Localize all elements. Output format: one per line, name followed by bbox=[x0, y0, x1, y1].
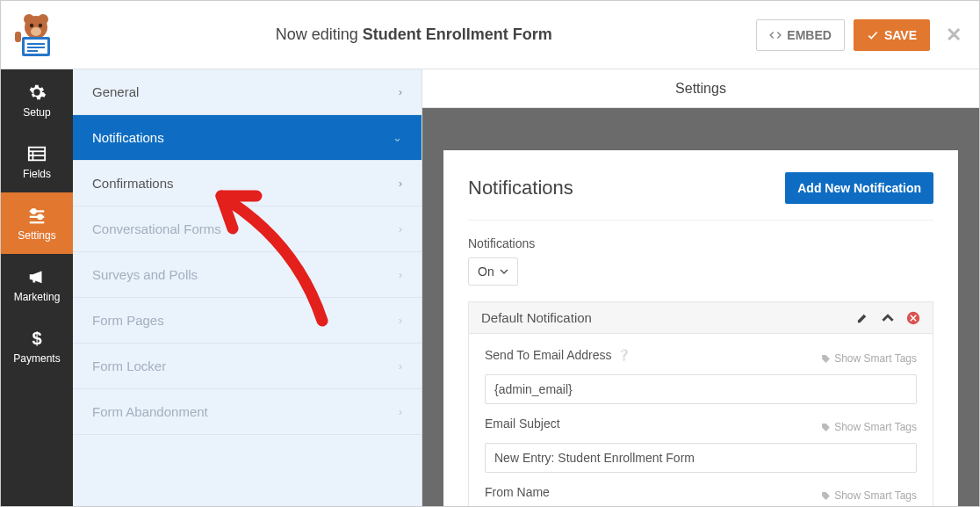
subject-label: Email Subject bbox=[485, 416, 560, 431]
menu-item-notifications[interactable]: Notifications⌄ bbox=[73, 115, 422, 161]
settings-menu[interactable]: General›Notifications⌄Confirmations›Conv… bbox=[73, 69, 422, 506]
chevron-down-icon: ⌄ bbox=[393, 131, 402, 144]
menu-item-form-pages[interactable]: Form Pages› bbox=[73, 298, 422, 344]
svg-point-5 bbox=[31, 27, 41, 36]
svg-rect-9 bbox=[27, 47, 45, 48]
svg-rect-10 bbox=[27, 50, 38, 52]
svg-rect-12 bbox=[29, 148, 45, 161]
edit-icon[interactable] bbox=[856, 311, 869, 324]
nav-setup[interactable]: Setup bbox=[1, 69, 73, 131]
page-title: Now editing Student Enrollment Form bbox=[71, 25, 756, 44]
svg-text:$: $ bbox=[32, 329, 41, 348]
from-name-label: From Name bbox=[485, 485, 550, 499]
nav-settings[interactable]: Settings bbox=[1, 192, 73, 254]
svg-rect-11 bbox=[15, 32, 21, 42]
list-icon bbox=[26, 143, 47, 164]
svg-rect-8 bbox=[27, 43, 45, 45]
svg-point-3 bbox=[30, 23, 33, 26]
top-bar: Now editing Student Enrollment Form EMBE… bbox=[1, 1, 979, 69]
chevron-right-icon: › bbox=[399, 405, 402, 418]
chevron-right-icon: › bbox=[399, 268, 402, 281]
nav-marketing[interactable]: Marketing bbox=[1, 254, 73, 315]
notifications-card: Notifications Add New Notification Notif… bbox=[443, 150, 958, 506]
menu-item-surveys-and-polls[interactable]: Surveys and Polls› bbox=[73, 252, 422, 298]
save-button[interactable]: SAVE bbox=[854, 19, 930, 51]
chevron-right-icon: › bbox=[399, 359, 402, 373]
add-notification-button[interactable]: Add New Notification bbox=[785, 172, 933, 204]
chevron-right-icon: › bbox=[399, 314, 402, 327]
app-logo bbox=[1, 1, 71, 69]
notifications-toggle[interactable]: On bbox=[468, 257, 518, 286]
help-icon[interactable]: ❔ bbox=[617, 349, 631, 361]
embed-button[interactable]: EMBED bbox=[756, 19, 845, 51]
nav-payments[interactable]: $ Payments bbox=[1, 315, 73, 377]
send-to-input[interactable] bbox=[485, 374, 917, 404]
chevron-right-icon: › bbox=[399, 85, 402, 98]
content-area: Settings Notifications Add New Notificat… bbox=[422, 69, 979, 506]
menu-item-form-locker[interactable]: Form Locker› bbox=[73, 344, 422, 389]
sliders-icon bbox=[26, 205, 47, 226]
main-nav: Setup Fields Settings Marketing $ Paymen… bbox=[1, 69, 73, 506]
menu-item-form-abandonment[interactable]: Form Abandonment› bbox=[73, 389, 422, 435]
settings-panel: General›Notifications⌄Confirmations›Conv… bbox=[73, 69, 422, 506]
menu-item-general[interactable]: General› bbox=[73, 69, 422, 115]
default-notification-card: Default Notification Send To Email Addre… bbox=[468, 301, 933, 506]
menu-item-confirmations[interactable]: Confirmations› bbox=[73, 161, 422, 206]
gear-icon bbox=[26, 82, 47, 103]
bullhorn-icon bbox=[26, 266, 47, 287]
chevron-right-icon: › bbox=[399, 222, 402, 235]
smart-tags-link[interactable]: Show Smart Tags bbox=[821, 352, 917, 365]
chevron-up-icon[interactable] bbox=[882, 312, 894, 324]
subject-input[interactable] bbox=[485, 443, 917, 473]
smart-tags-link[interactable]: Show Smart Tags bbox=[821, 421, 917, 433]
svg-point-4 bbox=[39, 23, 42, 26]
menu-item-conversational-forms[interactable]: Conversational Forms› bbox=[73, 206, 422, 252]
card-title: Notifications bbox=[468, 177, 573, 199]
svg-point-19 bbox=[38, 215, 42, 220]
smart-tags-link[interactable]: Show Smart Tags bbox=[821, 489, 917, 502]
send-to-label: Send To Email Address ❔ bbox=[485, 348, 631, 362]
close-icon[interactable]: ✕ bbox=[946, 24, 962, 47]
nav-fields[interactable]: Fields bbox=[1, 131, 73, 192]
delete-icon[interactable] bbox=[906, 311, 920, 325]
svg-point-17 bbox=[32, 209, 36, 214]
chevron-down-icon bbox=[500, 267, 508, 276]
content-header: Settings bbox=[422, 69, 979, 108]
chevron-right-icon: › bbox=[399, 177, 402, 190]
toggle-label: Notifications bbox=[468, 236, 933, 250]
dollar-icon: $ bbox=[26, 328, 47, 349]
notification-card-title: Default Notification bbox=[481, 310, 592, 325]
